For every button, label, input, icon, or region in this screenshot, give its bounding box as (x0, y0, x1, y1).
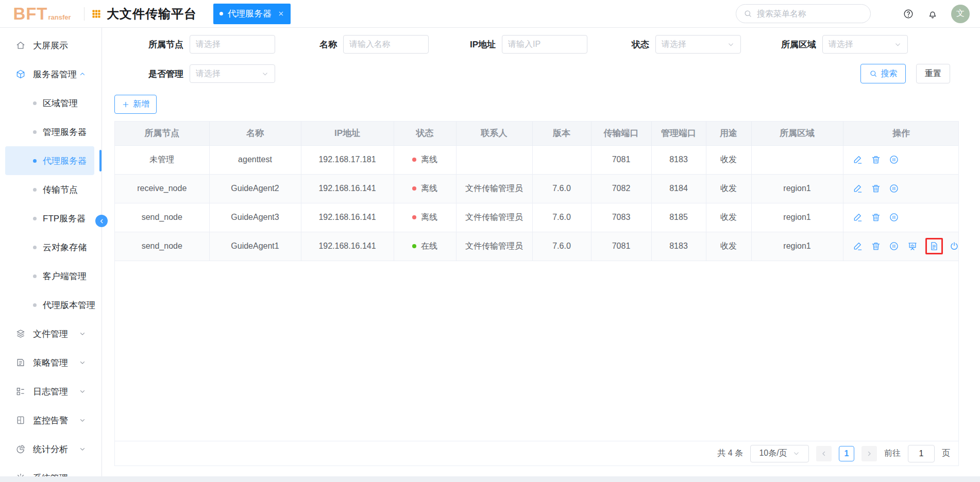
col-header-actions: 操作 (843, 122, 959, 145)
sidebar-item-system-management[interactable]: 系统管理 (5, 463, 94, 476)
col-header-transfer-port: 传输端口 (591, 122, 651, 145)
cell-name: GuideAgent3 (209, 203, 301, 232)
sidebar-item-transfer-node[interactable]: 传输节点 (5, 175, 94, 204)
status-select[interactable]: 请选择 (655, 35, 741, 54)
tab-proxy-server[interactable]: 代理服务器 (213, 4, 291, 24)
delete-icon[interactable] (871, 154, 881, 165)
table-row: send_node GuideAgent3 192.168.16.141 离线 … (115, 203, 959, 232)
chevron-up-icon (79, 71, 86, 78)
cell-transfer-port: 7083 (591, 203, 651, 232)
bell-icon[interactable] (927, 8, 938, 20)
next-page-button[interactable] (861, 446, 877, 461)
page-background-strip (0, 476, 980, 482)
status-dot-online (412, 244, 416, 248)
chevron-down-icon (261, 70, 269, 78)
page-size-select[interactable]: 10条/页 (750, 445, 809, 462)
sidebar-item-manage-server[interactable]: 管理服务器 (5, 117, 94, 146)
filter-name: 名称 (306, 35, 429, 54)
chevron-down-icon (894, 41, 902, 48)
bullet-icon (33, 130, 37, 134)
main-content: 所属节点 请选择 名称 IP地址 状态 请选择 (102, 28, 980, 476)
pause-icon[interactable] (889, 183, 899, 194)
cell-ip: 192.168.16.141 (301, 203, 394, 232)
cell-actions (843, 145, 959, 174)
name-input[interactable] (343, 35, 429, 54)
cell-ip: 192.168.16.141 (301, 232, 394, 261)
bullet-icon (33, 217, 37, 220)
bullet-icon (33, 274, 37, 278)
search-button[interactable]: 搜索 (860, 64, 906, 83)
pause-icon[interactable] (889, 241, 899, 251)
current-page-button[interactable]: 1 (839, 446, 854, 461)
sidebar-item-region-management[interactable]: 区域管理 (5, 89, 94, 117)
cell-name: agenttest (209, 145, 301, 174)
edit-icon[interactable] (853, 183, 863, 194)
filter-node: 所属节点 请选择 (139, 35, 275, 54)
tab-label: 代理服务器 (228, 8, 272, 20)
server-table: 所属节点 名称 IP地址 状态 联系人 版本 传输端口 管理端口 用途 所属区域… (115, 122, 959, 261)
filter-region: 所属区域 请选择 (772, 35, 908, 54)
pause-icon[interactable] (889, 212, 899, 222)
chevron-down-icon (792, 450, 800, 457)
cell-region (751, 145, 843, 174)
search-icon (869, 70, 877, 78)
sidebar-item-client-management[interactable]: 客户端管理 (5, 262, 94, 290)
sidebar-item-ftp-server[interactable]: FTP服务器 (5, 204, 94, 233)
sidebar-item-proxy-server[interactable]: 代理服务器 (5, 146, 94, 175)
sidebar-item-file-management[interactable]: 文件管理 (5, 319, 94, 348)
sidebar-item-server-management[interactable]: 服务器管理 (5, 60, 94, 89)
ip-input[interactable] (502, 35, 587, 54)
monitor-icon[interactable] (907, 241, 918, 251)
filter-status: 状态 请选择 (618, 35, 741, 54)
sidebar-item-log-management[interactable]: 日志管理 (5, 377, 94, 406)
menu-search-box[interactable] (736, 4, 871, 23)
help-icon[interactable] (903, 8, 914, 20)
cell-usage: 收发 (706, 145, 751, 174)
region-select[interactable]: 请选择 (822, 35, 908, 54)
cell-version: 7.6.0 (532, 203, 591, 232)
edit-icon[interactable] (853, 212, 863, 222)
filter-ip: IP地址 (460, 35, 587, 54)
table-row: 未管理 agenttest 192.168.17.181 离线 7081 818… (115, 145, 959, 174)
sidebar-item-cloud-storage[interactable]: 云对象存储 (5, 233, 94, 262)
cell-contact: 文件传输管理员 (456, 232, 532, 261)
edit-icon[interactable] (853, 154, 863, 165)
cell-status: 离线 (394, 203, 456, 232)
filter-row-1: 所属节点 请选择 名称 IP地址 状态 请选择 (114, 35, 959, 54)
cell-contact (456, 145, 532, 174)
sidebar-collapse-button[interactable] (95, 215, 108, 227)
sidebar-item-policy-management[interactable]: 策略管理 (5, 348, 94, 377)
goto-page-input[interactable] (908, 445, 935, 462)
cell-transfer-port: 7082 (591, 174, 651, 203)
managed-select[interactable]: 请选择 (190, 64, 275, 83)
cell-actions (843, 203, 959, 232)
delete-icon[interactable] (871, 212, 881, 222)
cell-name: GuideAgent1 (209, 232, 301, 261)
delete-icon[interactable] (871, 241, 881, 251)
prev-page-button[interactable] (816, 446, 832, 461)
avatar[interactable]: 文 (951, 5, 970, 23)
power-icon[interactable] (949, 241, 959, 251)
sidebar-item-statistics[interactable]: 统计分析 (5, 435, 94, 463)
status-dot-offline (412, 215, 416, 219)
total-count: 共 4 条 (717, 448, 743, 459)
delete-icon[interactable] (871, 183, 881, 194)
reset-button[interactable]: 重置 (916, 64, 950, 83)
table-header-row: 所属节点 名称 IP地址 状态 联系人 版本 传输端口 管理端口 用途 所属区域… (115, 122, 959, 145)
close-icon[interactable] (278, 10, 284, 17)
menu-search-input[interactable] (757, 9, 863, 19)
bullet-icon (33, 188, 37, 192)
chevron-right-icon (866, 450, 873, 457)
sidebar-item-big-screen[interactable]: 大屏展示 (5, 31, 94, 60)
pause-icon[interactable] (889, 154, 899, 165)
document-icon[interactable] (929, 241, 939, 251)
sidebar-item-proxy-version[interactable]: 代理版本管理 (5, 290, 94, 319)
cell-usage: 收发 (706, 174, 751, 203)
edit-icon[interactable] (853, 241, 863, 251)
sidebar-item-monitor-alert[interactable]: 监控告警 (5, 406, 94, 435)
node-select[interactable]: 请选择 (190, 35, 275, 54)
add-button[interactable]: 新增 (114, 95, 157, 114)
cell-ip: 192.168.16.141 (301, 174, 394, 203)
cell-region: region1 (751, 232, 843, 261)
cell-node: 未管理 (115, 145, 209, 174)
